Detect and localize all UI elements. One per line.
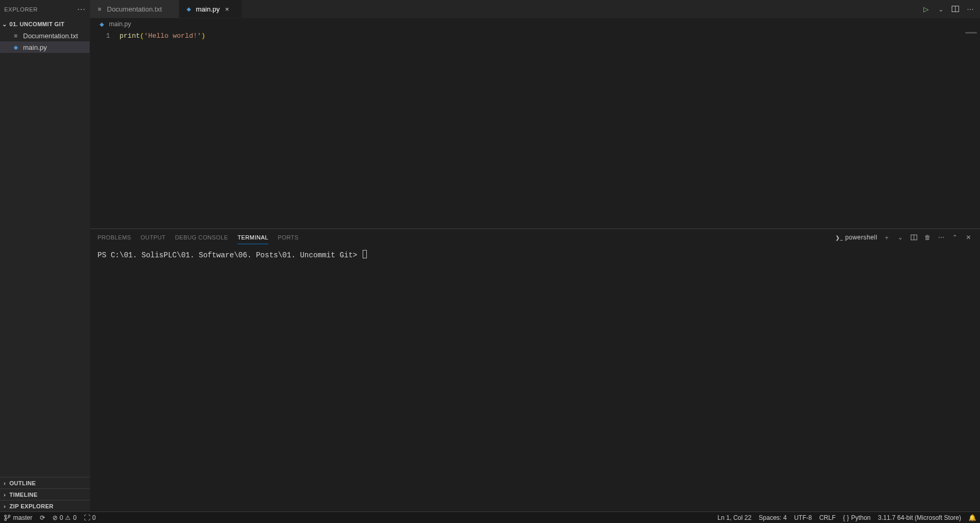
encoding-label: UTF-8 [794,514,812,521]
run-chevron-icon[interactable]: ⌄ [936,4,945,14]
file-python-icon: ◆ [12,43,20,51]
chevron-right-icon: › [2,480,7,486]
terminal-profile-label: powershell [845,234,877,241]
status-sync[interactable]: ⟳ [36,514,49,521]
status-cursor[interactable]: Ln 1, Col 22 [714,514,755,521]
run-icon[interactable]: ▷ [921,4,931,14]
file-python-icon: ◆ [184,5,193,13]
tab-label: Documentation.txt [107,5,162,13]
terminal-profile[interactable]: ❯_ powershell [835,234,877,241]
section-timeline[interactable]: › TIMELINE [0,488,90,500]
workbench: EXPLORER ⋯ ⌄ 01. UNCOMMIT GIT ≡ Document… [0,0,980,511]
status-problems[interactable]: ⊘ 0 ⚠ 0 [49,514,80,521]
cursor-label: Ln 1, Col 22 [717,514,752,521]
file-python-icon: ◆ [97,20,106,28]
status-ports-forwarded[interactable]: ⛶ 0 [80,514,100,521]
tab-bar-actions: ▷ ⌄ ⋯ [916,0,980,18]
svg-point-6 [8,515,10,517]
explorer-sidebar: EXPLORER ⋯ ⌄ 01. UNCOMMIT GIT ≡ Document… [0,0,90,511]
line-number: 1 [90,31,110,41]
sidebar-collapsed-sections: › OUTLINE › TIMELINE › ZIP EXPLORER [0,477,90,511]
bell-icon: 🔔 [968,514,976,521]
explorer-title-bar: EXPLORER ⋯ [0,0,90,18]
panel-tab-debug-console[interactable]: DEBUG CONSOLE [175,231,228,244]
minimap-content [965,32,977,34]
file-tree: ≡ Documentation.txt ◆ main.py [0,30,90,477]
token-paren-open: ( [140,32,144,40]
svg-point-5 [5,518,7,520]
status-interpreter[interactable]: 3.11.7 64-bit (Microsoft Store) [874,514,965,521]
spaces-label: Spaces: 4 [759,514,787,521]
terminal-chevron-icon[interactable]: ⌄ [896,233,905,242]
panel-tab-bar: PROBLEMS OUTPUT DEBUG CONSOLE TERMINAL P… [90,229,980,246]
status-left: master ⟳ ⊘ 0 ⚠ 0 ⛶ 0 [0,514,100,521]
tab-main-py[interactable]: ◆ main.py × [179,0,242,18]
terminal-icon: ❯_ [835,235,843,241]
error-icon: ⊘ [52,514,58,521]
split-terminal-icon[interactable] [910,233,918,242]
interpreter-label: 3.11.7 64-bit (Microsoft Store) [878,514,961,521]
editor-more-icon[interactable]: ⋯ [965,4,975,14]
radio-icon: ⛶ [84,514,90,521]
file-text-icon: ≡ [12,31,20,40]
panel-tab-ports[interactable]: PORTS [278,231,299,244]
line-gutter: 1 [90,30,119,228]
terminal-cursor [363,250,367,258]
explorer-title: EXPLORER [4,6,38,13]
close-panel-icon[interactable]: ✕ [964,233,973,242]
tab-documentation[interactable]: ≡ Documentation.txt × [90,0,179,18]
branch-icon [4,514,11,521]
code-editor[interactable]: 1 print('Hello world!') [90,30,980,228]
status-eol[interactable]: CRLF [815,514,839,521]
status-branch[interactable]: master [0,514,36,521]
panel-tab-output[interactable]: OUTPUT [140,231,166,244]
tab-label: main.py [196,5,220,13]
branch-label: master [13,514,32,521]
warning-count: 0 [73,514,77,521]
breadcrumbs[interactable]: ◆ main.py [90,18,980,30]
new-terminal-icon[interactable]: ＋ [883,233,891,242]
code-content[interactable]: print('Hello world!') [119,30,930,228]
status-encoding[interactable]: UTF-8 [790,514,815,521]
file-label: Documentation.txt [23,32,78,40]
file-documentation[interactable]: ≡ Documentation.txt [0,30,90,41]
language-braces-icon: { } [843,514,849,521]
tab-bar: ≡ Documentation.txt × ◆ main.py × ▷ ⌄ ⋯ [90,0,980,18]
panel-tab-terminal[interactable]: TERMINAL [237,231,268,244]
status-language[interactable]: { } Python [840,514,875,521]
section-label: ZIP EXPLORER [9,503,53,509]
panel-actions: ❯_ powershell ＋ ⌄ 🗑 ⋯ ⌃ ✕ [835,233,973,242]
file-text-icon: ≡ [95,5,104,13]
section-zip-explorer[interactable]: › ZIP EXPLORER [0,500,90,511]
eol-label: CRLF [819,514,835,521]
panel-more-icon[interactable]: ⋯ [937,233,945,242]
bottom-panel: PROBLEMS OUTPUT DEBUG CONSOLE TERMINAL P… [90,228,980,511]
maximize-panel-icon[interactable]: ⌃ [951,233,959,242]
token-string: 'Hello world!' [144,32,201,40]
section-outline[interactable]: › OUTLINE [0,477,90,488]
chevron-right-icon: › [2,492,7,498]
breadcrumb-label: main.py [109,20,131,28]
chevron-right-icon: › [2,503,7,509]
language-label: Python [851,514,870,521]
token-function: print [119,32,140,40]
close-icon[interactable]: × [223,5,231,13]
terminal-body[interactable]: PS C:\01. SolisPLC\01. Software\06. Post… [90,246,980,511]
status-spaces[interactable]: Spaces: 4 [755,514,790,521]
folder-header[interactable]: ⌄ 01. UNCOMMIT GIT [0,18,90,30]
token-paren-close: ) [201,32,205,40]
panel-tab-problems[interactable]: PROBLEMS [97,231,131,244]
minimap[interactable] [930,30,980,228]
kill-terminal-icon[interactable]: 🗑 [923,233,932,242]
editor-group: ≡ Documentation.txt × ◆ main.py × ▷ ⌄ ⋯ … [90,0,980,511]
split-editor-icon[interactable] [951,4,960,14]
status-notifications[interactable]: 🔔 [965,514,980,521]
file-main-py[interactable]: ◆ main.py [0,41,90,53]
warning-icon: ⚠ [65,514,71,521]
status-right: Ln 1, Col 22 Spaces: 4 UTF-8 CRLF { } Py… [714,514,980,521]
sync-icon: ⟳ [40,514,45,521]
section-label: TIMELINE [9,492,38,498]
error-count: 0 [60,514,63,521]
folder-name: 01. UNCOMMIT GIT [9,21,64,27]
section-label: OUTLINE [9,480,36,486]
